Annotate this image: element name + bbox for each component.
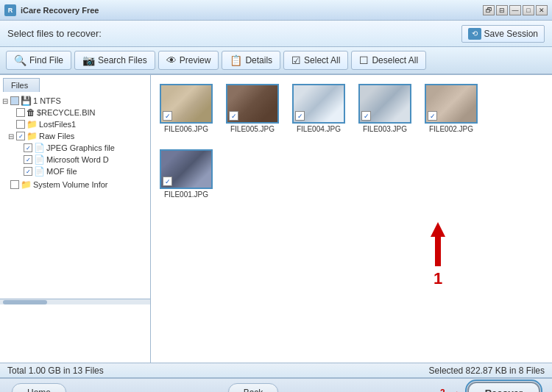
rawfiles-label: Raw Files <box>39 132 74 140</box>
file-thumb-file003: ✓ <box>358 84 411 124</box>
mof-label: MOF file <box>46 167 77 176</box>
file-thumb-file005: ✓ <box>226 84 279 124</box>
preview-label: Preview <box>180 55 211 65</box>
file-item-file005[interactable]: ✓ FILE005.JPG <box>223 81 282 136</box>
file-thumb-file002: ✓ <box>425 84 478 124</box>
word-label: Microsoft Word D <box>46 155 109 164</box>
tree-item-rawfiles[interactable]: ⊟ 📁 Raw Files <box>7 130 150 142</box>
files-tab[interactable]: Files <box>3 78 40 92</box>
folder-mof-icon: 📄 <box>34 166 45 177</box>
details-label: Details <box>245 55 272 65</box>
folder-lostfiles-icon: 📁 <box>26 119 38 129</box>
folder-rawfiles-icon: 📁 <box>26 131 38 141</box>
search-files-button[interactable]: 📷 Search Files <box>74 51 155 70</box>
select-all-label: Select All <box>304 55 340 65</box>
file-checkbox-file004[interactable]: ✓ <box>295 111 305 121</box>
maximize-button[interactable]: □ <box>523 5 534 15</box>
checkbox-sysvolume[interactable] <box>10 180 19 189</box>
find-file-button[interactable]: 🔍 Find File <box>6 51 71 70</box>
status-left: Total 1.00 GB in 13 Files <box>7 366 104 376</box>
scroll-thumb <box>3 300 47 304</box>
folder-word-icon: 📄 <box>34 154 45 165</box>
checkbox-lostfiles[interactable] <box>16 120 25 129</box>
expand-ntfs-icon: ⊟ <box>1 97 9 105</box>
tree-item-lostfiles[interactable]: 📁 LostFiles1 <box>7 118 150 130</box>
sidebar: Files ⊟ 💾 1 NTFS 🗑 $RECYCLE.BIN 📁 <box>0 75 151 363</box>
folder-ntfs-icon: 💾 <box>21 96 32 106</box>
file-item-file001[interactable]: ✓ FILE001.JPG <box>157 146 216 202</box>
checkbox-rawfiles[interactable] <box>16 132 25 140</box>
file-name-file006: FILE006.JPG <box>164 125 208 133</box>
deselect-all-button[interactable]: ☐ Deselect All <box>351 51 426 70</box>
select-all-button[interactable]: ☑ Select All <box>283 51 348 70</box>
expand-rawfiles-icon: ⊟ <box>7 132 15 140</box>
main-content: Files ⊟ 💾 1 NTFS 🗑 $RECYCLE.BIN 📁 <box>0 75 552 363</box>
find-file-icon: 🔍 <box>14 54 26 66</box>
file-name-file002: FILE002.JPG <box>429 125 473 133</box>
recover-button[interactable]: Recover <box>467 382 540 393</box>
annotation-arrow: 1 <box>431 222 445 288</box>
search-files-label: Search Files <box>98 55 147 65</box>
select-all-icon: ☑ <box>291 54 301 66</box>
status-right: Selected 822.87 KB in 8 Files <box>429 366 545 376</box>
file-item-file006[interactable]: ✓ FILE006.JPG <box>157 81 216 136</box>
annotation-number: 1 <box>434 269 442 288</box>
bottom-bar: Home Back 2 → Recover <box>0 377 552 392</box>
step-number: 2 → <box>440 385 461 393</box>
recycle-label: $RECYCLE.BIN <box>37 108 95 117</box>
tree-item-mof[interactable]: 📄 MOF file <box>15 165 150 177</box>
restore-button[interactable]: — <box>509 5 521 15</box>
file-checkbox-file001[interactable]: ✓ <box>163 177 172 186</box>
checkbox-jpeg[interactable] <box>24 143 32 152</box>
file-checkbox-file006[interactable]: ✓ <box>163 111 172 121</box>
tree-item-word[interactable]: 📄 Microsoft Word D <box>15 154 150 165</box>
recover-section: 2 → Recover <box>440 382 540 393</box>
status-bar: Total 1.00 GB in 13 Files Selected 822.8… <box>0 363 552 377</box>
app-title: iCare Recovery Free <box>21 6 99 15</box>
save-session-label: Save Session <box>484 29 538 39</box>
minimize-button[interactable]: 🗗 <box>483 5 495 15</box>
checkbox-mof[interactable] <box>24 167 32 176</box>
home-button[interactable]: Home <box>12 383 66 392</box>
file-item-file002[interactable]: ✓ FILE002.JPG <box>422 81 481 136</box>
jpeg-label: JPEG Graphics file <box>46 143 115 152</box>
minimize-button2[interactable]: ⊟ <box>496 5 508 15</box>
file-item-file004[interactable]: ✓ FILE004.JPG <box>289 81 348 136</box>
deselect-all-icon: ☐ <box>359 54 369 66</box>
checkbox-recycle[interactable] <box>16 108 25 117</box>
arrow-right-icon: → <box>448 385 461 393</box>
tree-item-sysvolume[interactable]: 📁 System Volume Infor <box>0 179 150 190</box>
tree-item-jpeg[interactable]: 📄 JPEG Graphics file <box>15 142 150 154</box>
folder-jpeg-icon: 📄 <box>34 143 45 153</box>
app-icon: R <box>4 4 16 16</box>
checkbox-ntfs[interactable] <box>10 96 19 105</box>
ntfs-label: 1 NTFS <box>33 96 61 105</box>
file-name-file005: FILE005.JPG <box>230 125 275 133</box>
save-session-button[interactable]: ⟲ Save Session <box>461 25 545 43</box>
find-file-label: Find File <box>29 55 63 65</box>
back-button[interactable]: Back <box>228 383 279 392</box>
window-controls: 🗗 ⊟ — □ ✕ <box>483 5 548 15</box>
arrow-shaft <box>435 237 441 266</box>
sysvolume-label: System Volume Infor <box>33 180 108 189</box>
action-bar: 🔍 Find File 📷 Search Files 👁 Preview 📋 D… <box>0 47 552 75</box>
deselect-all-label: Deselect All <box>372 55 418 65</box>
folder-recycle-icon: 🗑 <box>26 107 35 118</box>
file-thumb-file004: ✓ <box>292 84 345 124</box>
preview-icon: 👁 <box>166 54 177 66</box>
title-bar: R iCare Recovery Free 🗗 ⊟ — □ ✕ <box>0 0 552 21</box>
preview-button[interactable]: 👁 Preview <box>158 51 219 70</box>
file-checkbox-file005[interactable]: ✓ <box>229 111 238 121</box>
sidebar-scrollbar[interactable] <box>0 299 150 304</box>
folder-sysvolume-icon: 📁 <box>21 179 32 190</box>
file-checkbox-file003[interactable]: ✓ <box>361 111 371 121</box>
file-item-file003[interactable]: ✓ FILE003.JPG <box>355 81 414 136</box>
close-button[interactable]: ✕ <box>536 5 548 15</box>
file-tree: ⊟ 💾 1 NTFS 🗑 $RECYCLE.BIN 📁 LostFiles1 <box>0 92 150 193</box>
tree-item-ntfs[interactable]: ⊟ 💾 1 NTFS <box>0 95 150 107</box>
checkbox-word[interactable] <box>24 155 32 164</box>
details-button[interactable]: 📋 Details <box>222 51 280 70</box>
file-name-file003: FILE003.JPG <box>363 125 407 133</box>
tree-item-recycle[interactable]: 🗑 $RECYCLE.BIN <box>7 107 150 118</box>
file-checkbox-file002[interactable]: ✓ <box>428 111 437 121</box>
